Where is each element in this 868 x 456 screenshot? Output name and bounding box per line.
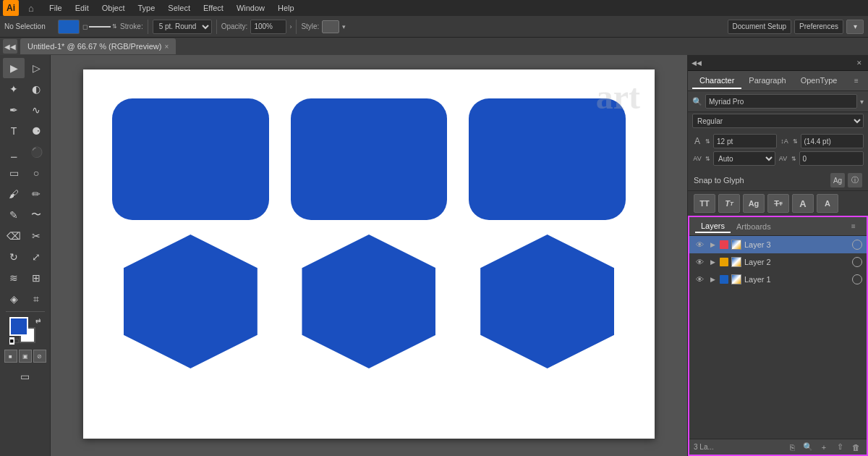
character-panel-menu[interactable]: ≡ [849,74,864,88]
snap-glyph-icons: Ag ⓘ [830,173,862,187]
font-search-chevron[interactable]: ▾ [860,98,864,106]
tracking-input[interactable] [799,151,864,166]
menu-type[interactable]: Type [132,2,161,14]
layers-panel-menu[interactable]: ≡ [846,219,861,234]
menu-effect[interactable]: Effect [197,2,229,14]
right-panel-collapse[interactable]: ◀◀ [691,57,702,69]
extras-button[interactable]: ▾ [846,20,864,34]
style-chevron[interactable]: ▾ [342,23,346,30]
stroke-line [89,26,111,28]
document-setup-button[interactable]: Document Setup [728,20,792,34]
opacity-input[interactable] [250,20,286,34]
style-btn-6[interactable]: A [817,194,838,213]
font-search-input[interactable] [705,94,857,109]
rectangle-tool[interactable]: ▭ [3,163,25,183]
stroke-size-select[interactable]: 5 pt. Round [153,20,212,34]
layer-1-arrow[interactable]: ▶ [708,275,717,284]
reset-icon[interactable]: ■□ [9,337,19,345]
swap-icon[interactable]: ⇄ [35,317,41,324]
layer-2-arrow[interactable]: ▶ [708,258,717,266]
fill-swatch[interactable] [9,317,28,336]
right-panel: ◀◀ ✕ Character Paragraph OpenType ≡ 🔍 ▾ … [687,55,868,456]
scissors-tool[interactable]: ✂ [25,226,47,246]
snap-icon-2[interactable]: ⓘ [848,173,862,187]
artboards-tab[interactable]: Artboards [731,221,777,232]
arc-tool[interactable]: ⚫ [25,142,47,162]
magic-wand-tool[interactable]: ✦ [3,79,25,99]
blob-brush-tool[interactable]: ✏ [25,184,47,204]
layer-1-eye[interactable]: 👁 [694,274,705,285]
menu-window[interactable]: Window [231,2,271,14]
scale-tool[interactable]: ⤢ [25,247,47,267]
snap-icon-1[interactable]: Ag [830,173,845,187]
gradient-mode-btn[interactable]: ▣ [19,350,32,363]
warp-tool[interactable]: ≋ [3,268,25,288]
layer-2-eye[interactable]: 👁 [694,256,705,268]
paintbrush-tool[interactable]: 🖌 [3,184,25,204]
kern-select[interactable]: Auto [713,151,775,166]
layer-3-arrow[interactable]: ▶ [708,240,717,249]
change-screen-mode[interactable]: ▭ [14,366,36,387]
home-icon[interactable]: ⌂ [23,0,39,16]
menu-file[interactable]: File [43,2,68,14]
style-btn-4[interactable]: TT [767,194,789,213]
style-btn-2[interactable]: TT [718,194,740,213]
layer-3-target[interactable] [852,240,862,250]
delete-layer-btn[interactable]: 🗑 [849,441,862,454]
tab-paragraph[interactable]: Paragraph [741,73,793,89]
layer-3-eye[interactable]: 👁 [694,239,705,250]
shape-builder-tool[interactable]: ◈ [3,289,25,309]
document-tab[interactable]: Untitled-1* @ 66.67 % (RGB/Preview) × [20,38,176,54]
canvas-area[interactable]: art [51,55,687,456]
layers-footer-search[interactable]: 🔍 [801,441,814,454]
right-panel-close[interactable]: ✕ [854,57,865,69]
tab-character[interactable]: Character [692,73,741,89]
layers-tab[interactable]: Layers [695,220,731,233]
style-btn-5[interactable]: A [792,194,814,213]
tab-opentype[interactable]: OpenType [793,73,845,89]
leading-input[interactable] [801,134,864,148]
pencil-tool[interactable]: ✎ [3,205,25,225]
smooth-tool[interactable]: 〜 [25,205,47,225]
layer-1-target[interactable] [852,274,862,284]
ellipse-tool[interactable]: ○ [25,163,47,183]
preferences-button[interactable]: Preferences [794,20,843,34]
perspective-tool[interactable]: ⌗ [25,289,47,309]
direct-selection-tool[interactable]: ▷ [25,58,47,78]
menu-select[interactable]: Select [162,2,196,14]
curvature-tool[interactable]: ∿ [25,100,47,120]
selection-tool[interactable]: ▶ [3,58,25,78]
layer-item-3[interactable]: 👁 ▶ Layer 3 [689,236,867,253]
color-mode-btn[interactable]: ■ [4,350,17,363]
leading-icon: ↕A [780,138,790,145]
make-sublayer-btn[interactable]: ⎘ [786,441,799,454]
fill-color-swatch[interactable] [58,20,80,34]
style-btn-3[interactable]: Ag [743,194,765,213]
doc-tab-close[interactable]: × [164,43,169,51]
free-transform-tool[interactable]: ⊞ [25,268,47,288]
style-btn-1[interactable]: TT [694,194,715,213]
touch-type-tool[interactable]: ⚈ [25,121,47,141]
menu-edit[interactable]: Edit [69,2,95,14]
layer-2-target[interactable] [852,257,862,267]
font-style-select[interactable]: Regular [692,114,864,128]
layer-item-2[interactable]: 👁 ▶ Layer 2 [689,253,867,271]
type-tool[interactable]: T [3,121,25,141]
tool-row-8: ✎ 〜 [3,205,47,225]
font-size-input[interactable] [713,134,777,148]
rotate-tool[interactable]: ↻ [3,247,25,267]
eraser-tool[interactable]: ⌫ [3,226,25,246]
layer-item-1[interactable]: 👁 ▶ Layer 1 [689,271,867,288]
opacity-chevron[interactable]: › [289,23,292,30]
pen-tool[interactable]: ✒ [3,100,25,120]
lasso-tool[interactable]: ◐ [25,79,47,99]
menu-object[interactable]: Object [96,2,131,14]
line-tool[interactable]: ⎯ [3,142,25,162]
none-mode-btn[interactable]: ⊘ [33,350,46,363]
move-layer-btn[interactable]: ⇧ [833,441,846,454]
style-swatch[interactable] [322,20,339,33]
menu-help[interactable]: Help [272,2,300,14]
panel-collapse-btn[interactable]: ◀◀ [3,39,17,54]
add-layer-btn[interactable]: + [817,441,830,454]
toolbar: No Selection ◻ ⇅ Stroke: 5 pt. Round Opa… [0,16,868,38]
